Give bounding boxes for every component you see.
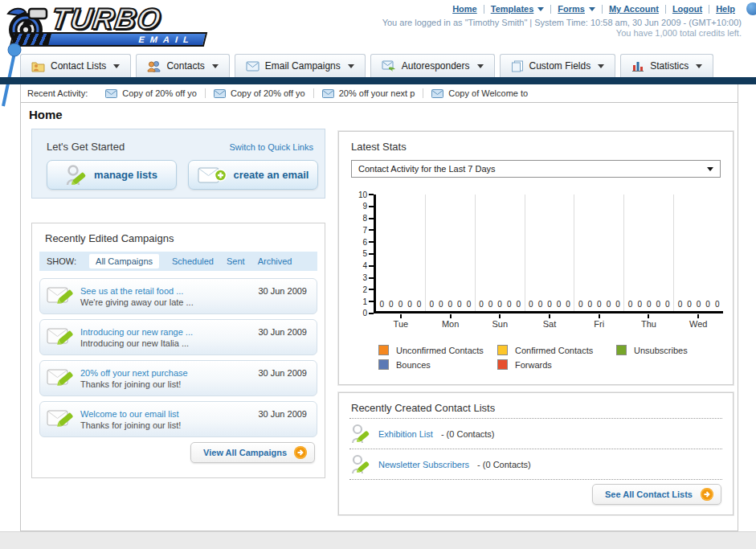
campaign-title-link[interactable]: Introducing our new range ... [80, 327, 258, 337]
tab-autoresponders[interactable]: Autoresponders [370, 54, 495, 77]
envelope-icon [431, 89, 443, 98]
legend-item: Unsubscribes [616, 345, 743, 355]
recently-created-contact-lists-panel: Recently Created Contact Lists Exhibitio… [338, 392, 734, 515]
chart-x-label: Fri [574, 314, 624, 329]
contact-list-name-link[interactable]: Newsletter Subscribers [378, 460, 469, 469]
campaign-row[interactable]: 20% off your next purchase Thanks for jo… [39, 360, 317, 396]
envelope-pencil-icon [47, 283, 76, 307]
campaign-subtitle: Introducing our new Italia ... [80, 338, 258, 348]
help-balloon-icon[interactable] [746, 2, 756, 15]
chart-day-group: 00000 [624, 195, 674, 311]
select-arrow-icon [707, 167, 713, 171]
see-all-contact-lists-button[interactable]: See All Contact Lists [592, 484, 721, 505]
campaign-title-link[interactable]: 20% off your next purchase [80, 368, 258, 378]
recent-activity-bar: Recent Activity: Copy of 20% off yo Copy… [21, 84, 738, 103]
page-footer-strip [0, 531, 756, 549]
filter-archived[interactable]: Archived [258, 256, 292, 266]
chart-day-group: 00000 [426, 195, 476, 311]
legend-swatch [378, 345, 389, 355]
campaign-date: 30 Jun 2009 [258, 409, 307, 419]
top-nav-help[interactable]: Help [709, 4, 742, 14]
chart-x-label: Mon [426, 314, 476, 329]
legend-swatch [378, 359, 389, 370]
campaign-list: See us at the retail food ... We're givi… [39, 278, 317, 442]
show-label: SHOW: [47, 256, 76, 266]
chart-x-label: Sun [475, 314, 525, 329]
tab-statistics[interactable]: Statistics [620, 54, 713, 77]
tab-contact-lists[interactable]: Contact Lists [20, 54, 131, 77]
filter-all-campaigns[interactable]: All Campaigns [89, 254, 159, 268]
legend-label: Unsubscribes [634, 346, 688, 355]
contact-list-detail: - (0 Contacts) [477, 460, 531, 469]
envelope-pencil-icon [47, 406, 76, 430]
envelope-icon [322, 89, 334, 98]
person-pencil-icon [66, 164, 87, 186]
credits-info: You have 1,000 total credits left. [616, 28, 742, 38]
custom-fields-icon [511, 60, 524, 72]
filter-scheduled[interactable]: Scheduled [172, 256, 214, 266]
chart-groups: 00000000000000000000000000000000000 [374, 195, 723, 313]
orange-arrow-icon [294, 446, 307, 459]
chevron-down-icon [696, 64, 702, 68]
get-started-title: Let's Get Started [47, 141, 125, 153]
legend-item: Unconfirmed Contacts [378, 345, 497, 355]
turbo-email-logo[interactable]: TURBO EMAIL [5, 2, 223, 49]
contact-lists-title: Recently Created Contact Lists [351, 402, 495, 414]
recent-activity-item[interactable]: Copy of Welcome to [423, 88, 536, 98]
envelope-pencil-icon [47, 324, 76, 348]
campaign-subtitle: Thanks for joining our list! [80, 420, 258, 430]
recent-activity-label: Recent Activity: [27, 88, 88, 98]
top-nav-logout[interactable]: Logout [666, 4, 709, 14]
contact-list-row[interactable]: Exhibition List - (0 Contacts) [349, 418, 722, 449]
legend-swatch [497, 359, 508, 370]
email-campaigns-icon [246, 61, 259, 72]
contact-list: Exhibition List - (0 Contacts) Newslette… [349, 418, 722, 480]
chart-x-label: Tue [376, 314, 426, 329]
top-nav-home[interactable]: Home [446, 4, 484, 14]
recent-activity-item[interactable]: Copy of 20% off yo [206, 88, 314, 98]
top-nav-templates[interactable]: Templates [484, 4, 551, 14]
chevron-down-icon [477, 64, 484, 68]
campaign-title-link[interactable]: Welcome to our email list [80, 409, 258, 419]
legend-item: Forwards [497, 359, 616, 370]
chart-x-label: Sat [525, 314, 574, 329]
contact-list-detail: - (0 Contacts) [441, 429, 495, 439]
person-pencil-icon [351, 453, 370, 475]
chart-day-group: 00000 [574, 195, 624, 311]
contact-activity-chart: 109876543210 000000000000000000000000000… [351, 195, 723, 370]
campaign-row[interactable]: Introducing our new range ... Introducin… [39, 319, 317, 355]
campaign-date: 30 Jun 2009 [258, 286, 307, 296]
orange-arrow-icon [701, 488, 713, 501]
chart-day-group: 00000 [376, 195, 426, 311]
stats-dropdown[interactable]: Contact Activity for the Last 7 Days [351, 160, 721, 178]
contact-list-row[interactable]: Newsletter Subscribers - (0 Contacts) [349, 449, 722, 480]
logo-email-banner: EMAIL [47, 32, 207, 47]
create-email-button[interactable]: create an email [188, 160, 318, 190]
top-nav-forms[interactable]: Forms [551, 4, 602, 14]
legend-label: Unconfirmed Contacts [396, 346, 484, 355]
contact-lists-icon [31, 60, 45, 72]
chevron-down-icon [113, 64, 120, 68]
tab-custom-fields[interactable]: Custom Fields [500, 54, 616, 77]
view-all-campaigns-button[interactable]: View All Campaigns [190, 442, 315, 463]
contact-list-name-link[interactable]: Exhibition List [378, 429, 433, 439]
logo-title: TURBO [49, 2, 163, 36]
chart-day-group: 00000 [476, 195, 525, 311]
chevron-down-icon [212, 64, 219, 68]
dropdown-arrow-icon [537, 7, 544, 11]
top-nav-my-account[interactable]: My Account [603, 4, 665, 14]
tab-email-campaigns[interactable]: Email Campaigns [235, 54, 366, 77]
chart-legend: Unconfirmed Contacts Confirmed Contacts … [378, 345, 723, 370]
tab-contacts[interactable]: Contacts [136, 54, 229, 77]
recent-activity-item[interactable]: 20% off your next p [314, 88, 424, 98]
campaign-row[interactable]: Welcome to our email list Thanks for joi… [39, 401, 317, 437]
switch-quick-links-link[interactable]: Switch to Quick Links [229, 142, 313, 152]
main-content: Recent Activity: Copy of 20% off yo Copy… [20, 84, 738, 531]
recent-activity-item[interactable]: Copy of 20% off yo [97, 88, 206, 98]
campaign-row[interactable]: See us at the retail food ... We're givi… [39, 278, 317, 314]
top-nav: Home Templates Forms My Account Logout H… [446, 4, 742, 14]
manage-lists-button[interactable]: manage lists [47, 160, 177, 190]
campaign-subtitle: We're giving away our late ... [80, 297, 258, 307]
campaign-title-link[interactable]: See us at the retail food ... [80, 286, 258, 296]
filter-sent[interactable]: Sent [227, 256, 245, 266]
